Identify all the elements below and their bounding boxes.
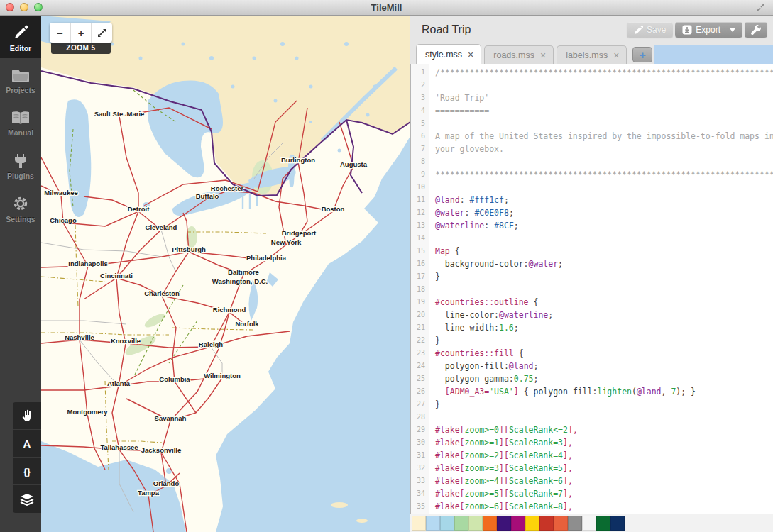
zoom-window-button[interactable] (34, 3, 43, 11)
palette-swatch[interactable] (525, 516, 539, 531)
zoom-extent-button[interactable] (92, 23, 112, 43)
close-icon[interactable]: × (468, 50, 473, 60)
code-content[interactable]: /***************************************… (429, 64, 773, 514)
code-line[interactable]: [ADM0_A3='USA'] { polygon-fill:lighten(@… (435, 385, 773, 398)
code-line[interactable]: #lake[zoom>=3][ScaleRank=5], (435, 462, 773, 475)
palette-swatch[interactable] (568, 516, 582, 531)
close-window-button[interactable] (6, 3, 14, 11)
code-line[interactable]: Map { (435, 245, 773, 257)
city-label: Washington, D.C. (212, 277, 268, 285)
palette-swatch[interactable] (554, 516, 568, 531)
palette-swatch[interactable] (582, 516, 596, 531)
font-tool-button[interactable]: A (13, 430, 41, 458)
palette-swatch[interactable] (440, 516, 454, 531)
tab-roads-mss[interactable]: roads.mss × (484, 45, 554, 64)
code-line[interactable]: @waterline: #8CE; (435, 219, 773, 232)
palette-swatch[interactable] (426, 516, 440, 531)
close-icon[interactable]: × (540, 50, 546, 60)
sidebar-item-plugins[interactable]: Plugins (0, 143, 41, 186)
code-line[interactable] (435, 79, 773, 92)
new-tab-button[interactable]: + (632, 47, 652, 62)
tab-label: style.mss (425, 50, 462, 60)
code-line[interactable]: #lake[zoom>=1][ScaleRank=3], (435, 436, 773, 449)
city-label: Tallahassee (100, 443, 138, 451)
code-line[interactable] (435, 155, 773, 168)
code-line[interactable]: } (435, 398, 773, 411)
code-line[interactable]: @water: #C0E0F8; (435, 206, 773, 219)
code-line[interactable]: your glovebox. (435, 143, 773, 155)
city-label: Knoxville (111, 337, 141, 345)
code-line[interactable]: #lake[zoom>=5][ScaleRank=7], (435, 487, 773, 500)
layers-icon (20, 493, 34, 506)
city-label: Indianapolis (68, 260, 107, 267)
code-line[interactable]: background-color:@water; (435, 257, 773, 270)
code-line[interactable] (435, 232, 773, 245)
sidebar-item-settings[interactable]: Settings (0, 186, 41, 228)
city-label: Charleston (144, 289, 180, 297)
palette-swatch[interactable] (412, 516, 426, 531)
city-label: Wilmington (204, 372, 241, 379)
palette-swatch[interactable] (468, 516, 483, 531)
code-line[interactable]: #lake[zoom>=2][ScaleRank=4], (435, 449, 773, 462)
code-line[interactable]: line-color:@waterline; (435, 309, 773, 321)
code-line[interactable] (435, 181, 773, 194)
window-title: TileMill (371, 2, 402, 13)
minimize-window-button[interactable] (20, 3, 28, 11)
map-tool-group: A {} (13, 402, 41, 513)
code-line[interactable]: A map of the United States inspired by t… (435, 130, 773, 143)
export-button[interactable]: Export (675, 22, 742, 38)
code-line[interactable]: } (435, 334, 773, 347)
code-line[interactable]: =========== (435, 104, 773, 117)
palette-swatch[interactable] (454, 516, 468, 531)
code-line[interactable]: #countries::outline { (435, 296, 773, 309)
sidebar: Editor Projects Manual Plugins Settings … (0, 16, 41, 532)
code-line[interactable]: ****************************************… (435, 168, 773, 181)
palette-swatch[interactable] (497, 516, 511, 531)
palette-swatch[interactable] (596, 516, 610, 531)
code-line[interactable]: #lake[zoom>=6][ScaleRank=8], (435, 500, 773, 513)
tab-style-mss[interactable]: style.mss × (416, 44, 481, 64)
code-line[interactable]: 'Road Trip' (435, 92, 773, 104)
code-editor[interactable]: 1234567891011121314151617181920212223242… (410, 64, 773, 514)
pan-tool-button[interactable] (13, 402, 41, 430)
chevron-down-icon[interactable] (730, 28, 735, 32)
zoom-out-button[interactable]: − (50, 23, 71, 43)
city-label: Boston (322, 205, 345, 213)
palette-swatch[interactable] (483, 516, 497, 531)
fullscreen-icon[interactable] (755, 3, 766, 13)
settings-wrench-button[interactable] (745, 22, 767, 38)
line-number-gutter: 1234567891011121314151617181920212223242… (411, 64, 429, 514)
city-label: Burlington (281, 156, 315, 164)
map-canvas[interactable]: Sault Ste. MarieMilwaukeeChicagoDetroitC… (41, 16, 410, 532)
palette-swatch[interactable] (539, 516, 554, 531)
code-line[interactable]: @land: #fff1cf; (435, 194, 773, 206)
code-line[interactable] (435, 117, 773, 130)
color-palette (410, 514, 773, 532)
city-label: Baltimore (228, 268, 259, 276)
city-label: Philadelphia (246, 254, 287, 262)
sidebar-item-editor[interactable]: Editor (0, 16, 41, 58)
sidebar-item-label: Projects (6, 86, 35, 94)
save-button[interactable]: Save (627, 22, 673, 38)
sidebar-item-manual[interactable]: Manual (0, 101, 41, 143)
code-line[interactable]: #countries::fill { (435, 347, 773, 360)
tab-labels-mss[interactable]: labels.mss × (557, 45, 627, 64)
close-icon[interactable]: × (613, 50, 619, 60)
code-line[interactable] (435, 283, 773, 296)
city-label: Tampa (138, 489, 160, 497)
code-line[interactable]: } (435, 270, 773, 283)
save-label: Save (647, 25, 666, 35)
code-line[interactable]: line-width:1.6; (435, 321, 773, 334)
palette-swatch[interactable] (511, 516, 525, 531)
code-line[interactable]: #lake[zoom>=0][ScaleRank<=2], (435, 423, 773, 436)
code-line[interactable]: polygon-fill:@land; (435, 360, 773, 372)
code-line[interactable]: /***************************************… (435, 66, 773, 79)
code-line[interactable]: #lake[zoom>=4][ScaleRank=6], (435, 475, 773, 487)
palette-swatch[interactable] (610, 516, 625, 531)
layers-tool-button[interactable] (13, 485, 41, 513)
code-tool-button[interactable]: {} (13, 458, 41, 485)
code-line[interactable]: polygon-gamma:0.75; (435, 372, 773, 385)
sidebar-item-projects[interactable]: Projects (0, 58, 41, 101)
code-line[interactable] (435, 411, 773, 423)
zoom-in-button[interactable]: + (71, 23, 92, 43)
